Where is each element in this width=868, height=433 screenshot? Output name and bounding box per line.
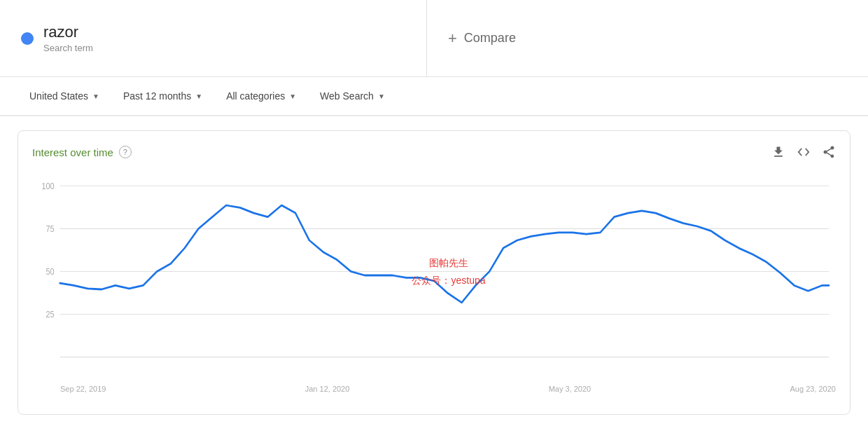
x-label-1: Sep 22, 2019	[60, 385, 106, 393]
search-term-section: razor Search term	[0, 0, 427, 76]
main-content: Interest over time ? 图帕先生 公众号：yestupa	[0, 116, 868, 429]
card-actions	[771, 145, 836, 159]
svg-text:25: 25	[46, 310, 55, 319]
card-header: Interest over time ?	[32, 145, 836, 159]
svg-text:50: 50	[46, 267, 55, 276]
location-filter[interactable]: United States ▼	[21, 86, 108, 106]
search-term-text: razor Search term	[43, 23, 93, 53]
category-chevron-icon: ▼	[289, 92, 296, 100]
timerange-filter-label: Past 12 months	[123, 90, 191, 102]
x-label-3: May 3, 2020	[549, 385, 592, 393]
filter-bar: United States ▼ Past 12 months ▼ All cat…	[0, 77, 868, 116]
svg-text:100: 100	[42, 181, 55, 191]
search-bar: razor Search term + Compare	[0, 0, 868, 77]
x-label-2: Jan 12, 2020	[305, 385, 350, 393]
searchtype-filter[interactable]: Web Search ▼	[312, 86, 393, 106]
download-icon[interactable]	[771, 145, 785, 159]
compare-label: Compare	[464, 31, 516, 46]
x-labels: Sep 22, 2019 Jan 12, 2020 May 3, 2020 Au…	[32, 380, 836, 393]
compare-plus-icon: +	[448, 29, 457, 48]
searchtype-chevron-icon: ▼	[378, 92, 385, 100]
svg-text:75: 75	[46, 224, 55, 233]
term-label: Search term	[43, 43, 93, 53]
timerange-chevron-icon: ▼	[195, 92, 202, 100]
category-filter[interactable]: All categories ▼	[218, 86, 304, 106]
interest-over-time-card: Interest over time ? 图帕先生 公众号：yestupa	[18, 130, 850, 415]
location-filter-label: United States	[29, 90, 88, 102]
share-icon[interactable]	[822, 145, 836, 159]
embed-icon[interactable]	[797, 145, 811, 159]
card-title: Interest over time	[32, 146, 113, 158]
category-filter-label: All categories	[226, 90, 285, 102]
compare-section[interactable]: + Compare	[427, 0, 868, 76]
help-icon[interactable]: ?	[119, 146, 132, 158]
searchtype-filter-label: Web Search	[320, 90, 374, 102]
card-title-group: Interest over time ?	[32, 146, 132, 158]
chart-svg: 100 75 50 25	[32, 170, 836, 380]
term-name: razor	[43, 23, 93, 41]
chart-container: 图帕先生 公众号：yestupa 100 75 50 25	[32, 170, 836, 380]
x-label-4: Aug 23, 2020	[790, 385, 836, 393]
search-term-dot	[21, 32, 34, 45]
location-chevron-icon: ▼	[92, 92, 99, 100]
timerange-filter[interactable]: Past 12 months ▼	[115, 86, 211, 106]
